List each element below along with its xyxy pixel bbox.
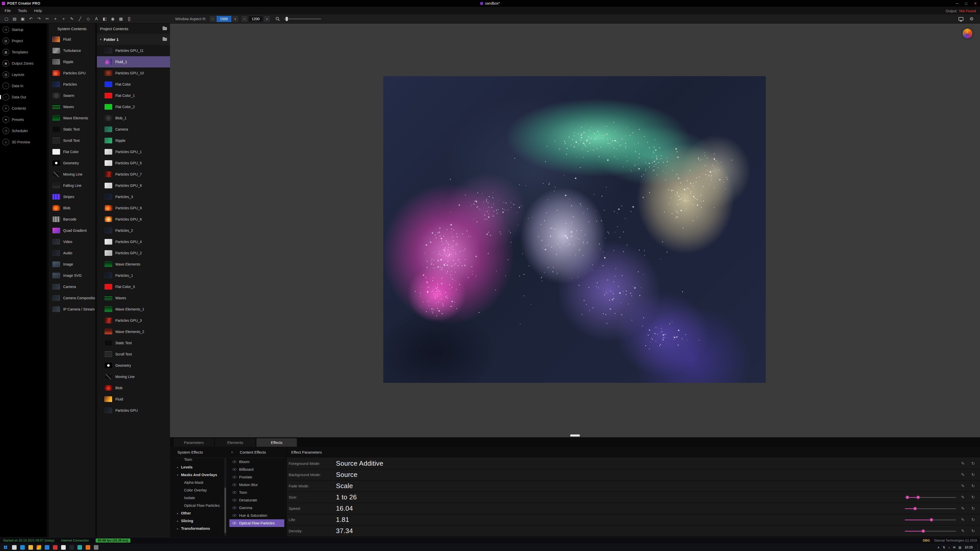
sidebar-item-3d-preview[interactable]: ◇ 3D Preview: [0, 137, 47, 148]
system-effect-item[interactable]: ▸ Transformations: [174, 525, 226, 532]
project-content-item[interactable]: Ripple: [97, 135, 170, 146]
project-content-item[interactable]: Static Text: [97, 337, 170, 349]
undo-icon[interactable]: ↶: [27, 15, 35, 22]
select-icon[interactable]: ⌖: [52, 15, 59, 22]
folder-row[interactable]: ▾ Folder 1: [97, 34, 170, 45]
content-effect-item[interactable]: Optical Flow Particles: [229, 519, 284, 527]
visibility-eye-icon[interactable]: [232, 460, 237, 463]
taskbar-app-icon[interactable]: [76, 544, 84, 551]
system-content-item[interactable]: Scroll Text: [49, 135, 95, 146]
content-effect-item[interactable]: Toon: [229, 489, 284, 496]
reset-icon[interactable]: ↻: [970, 495, 977, 500]
visibility-eye-icon[interactable]: [232, 514, 237, 517]
taskbar-app-icon[interactable]: [59, 544, 67, 551]
project-content-item[interactable]: Camera: [97, 124, 170, 135]
content-effect-item[interactable]: Motion Blur: [229, 481, 284, 489]
edit-icon[interactable]: ✎: [959, 529, 966, 534]
visibility-eye-icon[interactable]: [232, 499, 237, 502]
visibility-eye-icon[interactable]: [232, 491, 237, 494]
sidebar-item-project[interactable]: ▤ Project: [0, 35, 47, 46]
tree-chevron-icon[interactable]: ▾: [176, 473, 180, 476]
edit-icon[interactable]: ✎: [959, 517, 966, 522]
system-content-item[interactable]: Moving Line: [49, 169, 95, 180]
reset-icon[interactable]: ↻: [970, 472, 977, 477]
project-content-item[interactable]: Flat Color: [97, 79, 170, 90]
system-content-item[interactable]: Wave Elements: [49, 113, 95, 124]
shape-icon[interactable]: ◇: [84, 15, 92, 22]
color-wheel-button[interactable]: [963, 29, 972, 38]
close-button[interactable]: ✕: [971, 0, 980, 6]
redo-icon[interactable]: ↷: [35, 15, 43, 22]
text-icon[interactable]: A: [92, 15, 100, 22]
edit-icon[interactable]: ✎: [959, 461, 966, 466]
tab-parameters[interactable]: Parameters: [173, 438, 214, 447]
visibility-eye-icon[interactable]: [232, 522, 237, 524]
code-icon[interactable]: []: [125, 15, 133, 22]
system-content-item[interactable]: Static Text: [49, 124, 95, 135]
taskbar-app-icon[interactable]: [43, 544, 51, 551]
reset-icon[interactable]: ↻: [970, 461, 977, 466]
project-content-item[interactable]: Fluid: [97, 394, 170, 405]
slider-handle[interactable]: [930, 518, 933, 522]
system-content-item[interactable]: Fluid: [49, 34, 95, 45]
sidebar-item-scheduler[interactable]: ◷ Scheduler: [0, 125, 47, 137]
system-effect-item[interactable]: Optical Flow Particles: [174, 502, 226, 509]
panel-splitter-handle[interactable]: [570, 435, 580, 437]
project-content-item[interactable]: Particles GPU_1: [97, 146, 170, 157]
parameter-value[interactable]: 1 to 26: [336, 493, 357, 501]
line-icon[interactable]: ╱: [76, 15, 84, 22]
width-increment-button[interactable]: +: [232, 16, 238, 22]
visibility-eye-icon[interactable]: [232, 476, 237, 478]
project-content-item[interactable]: Particles GPU_6: [97, 214, 170, 225]
taskbar-app-icon[interactable]: [35, 544, 43, 551]
new-file-icon[interactable]: ▢: [3, 15, 10, 22]
pen-icon[interactable]: ✎: [68, 15, 76, 22]
content-effect-item[interactable]: Bloom: [229, 458, 284, 466]
system-content-item[interactable]: Particles GPU: [49, 67, 95, 79]
move-icon[interactable]: +: [60, 15, 67, 22]
parameter-value[interactable]: 1.81: [336, 516, 349, 524]
system-content-item[interactable]: Swarm: [49, 90, 95, 101]
project-content-item[interactable]: Waves: [97, 292, 170, 303]
content-effect-item[interactable]: Hue & Saturation: [229, 512, 284, 519]
system-content-item[interactable]: Image: [49, 259, 95, 270]
sound-icon[interactable]: ♪: [948, 546, 950, 549]
capture-display-icon[interactable]: [957, 15, 965, 22]
project-content-item[interactable]: Wave Elements: [97, 259, 170, 270]
slider-handle-low[interactable]: [905, 495, 909, 499]
open-file-icon[interactable]: ▤: [11, 15, 18, 22]
project-content-item[interactable]: Moving Line: [97, 371, 170, 382]
system-content-item[interactable]: Ripple: [49, 56, 95, 67]
sidebar-item-contents[interactable]: ≡ Contents: [0, 103, 47, 114]
system-content-item[interactable]: Geometry: [49, 157, 95, 169]
taskbar-app-icon[interactable]: [84, 544, 92, 551]
system-effect-item[interactable]: Isolate: [174, 494, 226, 502]
project-content-item[interactable]: Particles GPU_4: [97, 236, 170, 248]
content-effect-item[interactable]: Gamma: [229, 504, 284, 512]
reset-icon[interactable]: ↻: [970, 506, 977, 511]
system-effect-item[interactable]: Alpha Mask: [174, 479, 226, 486]
system-effects-scrollbar[interactable]: [224, 458, 226, 536]
tree-chevron-icon[interactable]: ▸: [176, 466, 180, 469]
slider-handle[interactable]: [916, 495, 920, 499]
maximize-button[interactable]: □: [962, 0, 971, 6]
parameter-value[interactable]: 16.04: [336, 505, 353, 513]
add-folder-icon[interactable]: [162, 27, 167, 30]
system-effect-item[interactable]: ▸ Other: [174, 509, 226, 517]
sidebar-item-data-in[interactable]: ↓ Data In: [0, 80, 47, 92]
menu-item[interactable]: Tools: [14, 6, 30, 14]
minimize-button[interactable]: ─: [952, 0, 962, 6]
project-content-item[interactable]: Scroll Text: [97, 349, 170, 360]
edit-icon[interactable]: ✎: [959, 472, 966, 477]
settings-gear-icon[interactable]: ⚙: [968, 15, 975, 22]
system-content-item[interactable]: IP Camera / Stream: [49, 303, 95, 315]
zoom-slider[interactable]: [284, 18, 321, 19]
network-icon[interactable]: ⇅: [943, 546, 945, 549]
system-content-item[interactable]: Camera Composition: [49, 292, 95, 303]
content-effect-item[interactable]: Billboard: [229, 466, 284, 473]
project-content-item[interactable]: Particles GPU_11: [97, 45, 170, 56]
message-icon[interactable]: ✉: [953, 546, 955, 549]
sidebar-item-data-out[interactable]: ↑ Data Out: [0, 92, 47, 103]
parameter-slider[interactable]: [905, 495, 956, 499]
width-decrement-button[interactable]: −: [210, 16, 216, 22]
